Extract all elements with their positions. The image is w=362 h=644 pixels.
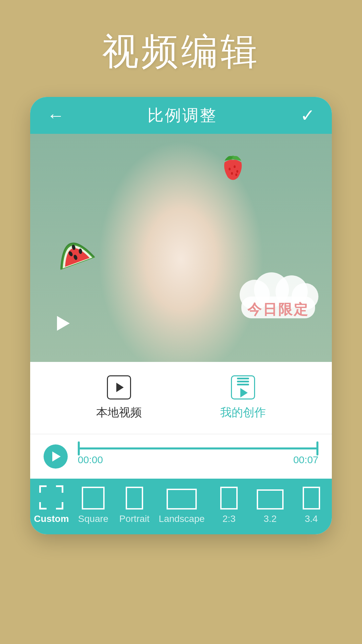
svg-point-4 <box>229 168 231 170</box>
timeline-play-icon <box>52 451 61 462</box>
svg-point-8 <box>235 173 237 176</box>
timeline-track <box>78 447 318 449</box>
3x4-ratio-label: 3.4 <box>305 514 318 524</box>
timeline-handle-left[interactable] <box>78 441 80 455</box>
svg-point-5 <box>234 165 236 168</box>
video-play-button[interactable] <box>50 312 74 335</box>
ratio-item-landscape[interactable]: Landscape <box>156 482 208 528</box>
timeline-play-button[interactable] <box>44 444 68 469</box>
media-row: 本地视频 我的创作 <box>30 362 332 434</box>
timeline-times: 00:00 00:07 <box>78 454 318 466</box>
2x3-ratio-icon <box>220 487 238 509</box>
timeline-track-container[interactable]: 00:00 00:07 <box>78 447 318 466</box>
page-title: 视频编辑 <box>0 0 362 97</box>
portrait-ratio-label: Portrait <box>119 514 149 524</box>
landscape-ratio-label: Landscape <box>159 514 205 524</box>
my-creation-lines-icon <box>237 378 249 385</box>
play-triangle-icon <box>57 316 70 331</box>
my-creation-button[interactable]: 我的创作 <box>220 375 266 420</box>
ratio-bar: Custom Square Portrait Landscape 2:3 3.2 <box>30 479 332 534</box>
custom-ratio-label: Custom <box>34 514 69 524</box>
timeline-handle-right[interactable] <box>316 441 318 455</box>
ratio-item-2x3[interactable]: 2:3 <box>209 480 249 528</box>
svg-text:今日限定: 今日限定 <box>247 302 309 317</box>
2x3-ratio-label: 2:3 <box>223 514 236 524</box>
landscape-ratio-icon <box>167 489 197 509</box>
my-creation-play-icon <box>240 388 248 397</box>
local-video-label: 本地视频 <box>96 405 142 420</box>
ratio-item-3x4[interactable]: 3.4 <box>291 480 331 528</box>
cloud-text-sticker[interactable]: 今日限定 <box>235 271 322 322</box>
my-creation-label: 我的创作 <box>220 405 266 420</box>
timeline-start-time: 00:00 <box>78 454 103 466</box>
custom-ratio-icon <box>39 485 63 509</box>
ratio-item-3x2[interactable]: 3.2 <box>250 483 290 528</box>
video-area: 今日限定 <box>30 134 332 362</box>
3x4-ratio-icon <box>303 487 320 509</box>
3x2-ratio-label: 3.2 <box>263 514 277 524</box>
app-header: ← 比例调整 ✓ <box>30 97 332 134</box>
header-title: 比例调整 <box>147 105 217 126</box>
back-button[interactable]: ← <box>47 105 64 125</box>
strawberry-sticker[interactable] <box>218 151 248 184</box>
timeline-end-time: 00:07 <box>293 454 318 466</box>
watermelon-sticker[interactable] <box>50 228 94 268</box>
local-video-button[interactable]: 本地视频 <box>96 375 142 420</box>
ratio-item-portrait[interactable]: Portrait <box>114 480 155 528</box>
3x2-ratio-icon <box>257 489 284 509</box>
local-video-icon-box <box>107 375 131 399</box>
confirm-button[interactable]: ✓ <box>300 105 315 125</box>
square-ratio-label: Square <box>78 514 108 524</box>
app-card: ← 比例调整 ✓ <box>30 97 332 534</box>
ratio-item-square[interactable]: Square <box>73 480 113 528</box>
timeline-row: 00:00 00:07 <box>30 434 332 479</box>
my-creation-icon-box <box>231 375 255 399</box>
svg-point-7 <box>231 172 233 175</box>
svg-point-6 <box>236 170 238 173</box>
portrait-ratio-icon <box>126 487 143 509</box>
square-ratio-icon <box>82 487 105 509</box>
ratio-item-custom[interactable]: Custom <box>31 479 72 528</box>
local-video-play-icon <box>116 383 124 392</box>
